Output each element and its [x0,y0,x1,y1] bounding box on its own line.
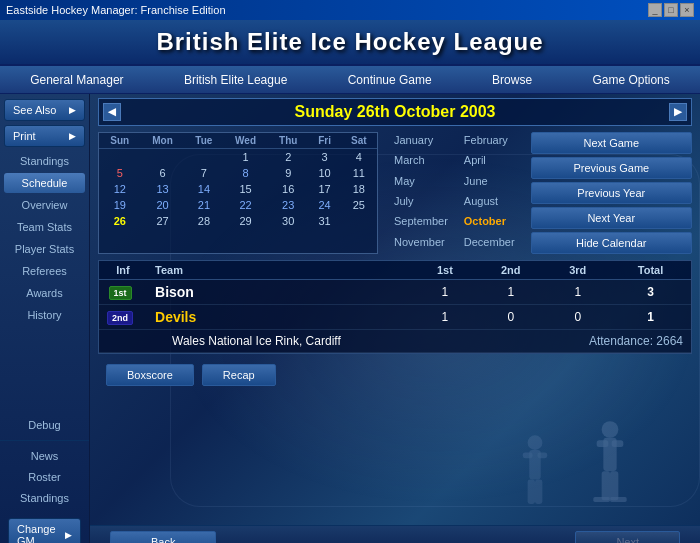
month-november[interactable]: November [386,234,456,254]
top-nav: General Manager British Elite League Con… [0,66,700,94]
print-button[interactable]: Print ▶ [4,125,85,147]
sidebar-item-history[interactable]: History [4,305,85,325]
calendar-day[interactable]: 20 [141,197,185,213]
calendar-day[interactable]: 2 [268,149,309,166]
arrow-icon: ▶ [69,105,76,115]
see-also-button[interactable]: See Also ▶ [4,99,85,121]
calendar-day[interactable]: 11 [341,165,377,181]
calendar-day[interactable]: 31 [309,213,341,229]
calendar-day[interactable]: 30 [268,213,309,229]
calendar-day[interactable]: 15 [223,181,268,197]
calendar-day[interactable]: 16 [268,181,309,197]
sidebar-news[interactable]: News [8,446,81,466]
next-year-button[interactable]: Next Year [531,207,692,229]
sidebar-roster[interactable]: Roster [8,467,81,487]
calendar-day[interactable]: 5 [99,165,141,181]
sidebar-item-awards[interactable]: Awards [4,283,85,303]
month-october[interactable]: October [456,213,523,233]
calendar-day[interactable]: 21 [185,197,224,213]
sidebar-item-teamstats[interactable]: Team Stats [4,217,85,237]
sidebar-item-playerstats[interactable]: Player Stats [4,239,85,259]
calendar-day[interactable]: 9 [268,165,309,181]
hide-calendar-button[interactable]: Hide Calendar [531,232,692,254]
calendar-day [99,149,141,166]
month-april[interactable]: April [456,152,523,172]
calendar-day [185,149,224,166]
calendar-day[interactable]: 4 [341,149,377,166]
cal-header-sat: Sat [341,133,377,149]
sidebar-item-standings[interactable]: Standings [4,151,85,171]
month-december[interactable]: December [456,234,523,254]
next-button[interactable]: Next [575,531,680,544]
calendar-day[interactable]: 13 [141,181,185,197]
arrow-icon: ▶ [69,131,76,141]
nav-british-elite-league[interactable]: British Elite League [174,69,297,91]
sidebar-print-group: Print ▶ [0,124,89,148]
date-prev-button[interactable]: ◀ [103,103,121,121]
calendar-day[interactable]: 28 [185,213,224,229]
calendar-day[interactable]: 24 [309,197,341,213]
bottom-nav-bar: Back Next [90,525,700,543]
current-date: Sunday 26th October 2003 [295,103,496,121]
boxscore-button[interactable]: Boxscore [106,364,194,386]
previous-game-button[interactable]: Previous Game [531,157,692,179]
svg-point-8 [528,435,543,450]
calendar-day[interactable]: 6 [141,165,185,181]
back-button[interactable]: Back [110,531,216,544]
calendar-day[interactable]: 3 [309,149,341,166]
calendar-day[interactable]: 12 [99,181,141,197]
team1-score-2nd: 1 [476,280,545,305]
calendar-day[interactable]: 10 [309,165,341,181]
month-june[interactable]: June [456,173,523,193]
calendar-day[interactable]: 17 [309,181,341,197]
sidebar-item-overview[interactable]: Overview [4,195,85,215]
change-gm-button[interactable]: Change GM ▶ [8,518,81,543]
next-game-button[interactable]: Next Game [531,132,692,154]
sidebar-item-schedule[interactable]: Schedule [4,173,85,193]
calendar-day[interactable]: 1 [223,149,268,166]
col-inf: Inf [99,261,147,280]
month-february[interactable]: February [456,132,523,152]
month-may[interactable]: May [386,173,456,193]
month-august[interactable]: August [456,193,523,213]
svg-rect-3 [612,440,624,447]
maximize-button[interactable]: □ [664,3,678,17]
team2-score-2nd: 0 [476,305,545,330]
nav-browse[interactable]: Browse [482,69,542,91]
calendar-day[interactable]: 27 [141,213,185,229]
month-september[interactable]: September [386,213,456,233]
month-july[interactable]: July [386,193,456,213]
nav-general-manager[interactable]: General Manager [20,69,133,91]
sidebar-standings-bottom[interactable]: Standings [8,488,81,508]
team2-score-1st: 1 [414,305,476,330]
previous-year-button[interactable]: Previous Year [531,182,692,204]
arrow-icon: ▶ [65,530,72,540]
team1-name: Bison [147,280,414,305]
calendar-day[interactable]: 7 [185,165,224,181]
sidebar-item-referees[interactable]: Referees [4,261,85,281]
month-january[interactable]: January [386,132,456,152]
svg-rect-11 [537,452,547,458]
calendar-day[interactable]: 29 [223,213,268,229]
month-march[interactable]: March [386,152,456,172]
sidebar-see-also-group: See Also ▶ [0,98,89,122]
date-next-button[interactable]: ▶ [669,103,687,121]
main-layout: See Also ▶ Print ▶ Standings Schedule Ov… [0,94,700,543]
close-button[interactable]: × [680,3,694,17]
team2-name: Devils [147,305,414,330]
sidebar-debug[interactable]: Debug [8,415,81,435]
calendar-day[interactable]: 23 [268,197,309,213]
calendar-day[interactable]: 14 [185,181,224,197]
calendar-day[interactable]: 8 [223,165,268,181]
calendar-day[interactable]: 22 [223,197,268,213]
recap-button[interactable]: Recap [202,364,276,386]
nav-game-options[interactable]: Game Options [582,69,679,91]
calendar-day[interactable]: 19 [99,197,141,213]
calendar-day[interactable]: 25 [341,197,377,213]
calendar-day[interactable]: 26 [99,213,141,229]
svg-rect-7 [610,497,627,502]
calendar-day[interactable]: 18 [341,181,377,197]
minimize-button[interactable]: _ [648,3,662,17]
content-area: ◀ Sunday 26th October 2003 ▶ Sun Mon Tue [90,94,700,543]
nav-continue-game[interactable]: Continue Game [338,69,442,91]
